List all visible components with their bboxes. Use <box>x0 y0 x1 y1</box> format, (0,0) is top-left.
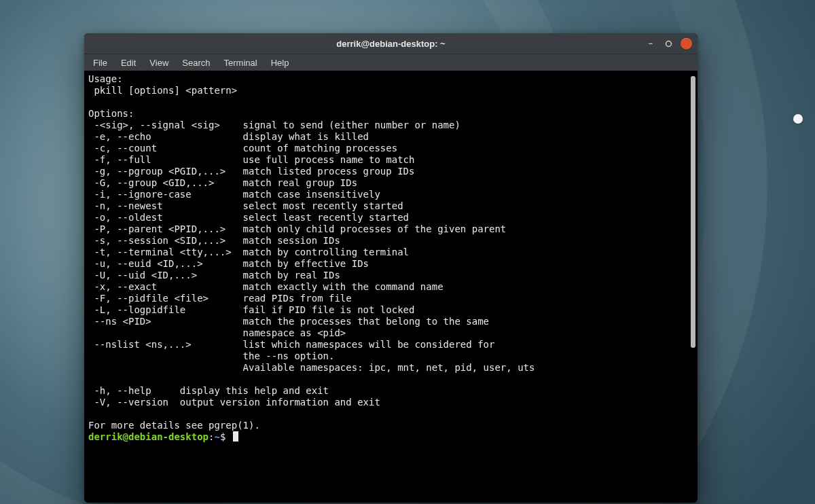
menu-file[interactable]: File <box>87 56 113 69</box>
menu-view[interactable]: View <box>143 56 175 69</box>
minimize-icon: − <box>649 39 653 48</box>
scrollbar[interactable] <box>689 73 697 500</box>
menu-terminal[interactable]: Terminal <box>218 56 264 69</box>
desktop-indicator-dot <box>793 114 803 124</box>
window-titlebar[interactable]: derrik@debian-desktop: ~ − <box>84 33 698 54</box>
svg-point-0 <box>666 41 671 46</box>
minimize-button[interactable]: − <box>645 38 656 49</box>
menu-edit[interactable]: Edit <box>115 56 142 69</box>
terminal-window: derrik@debian-desktop: ~ − File Edit Vie… <box>84 33 698 503</box>
window-title: derrik@debian-desktop: ~ <box>84 39 698 49</box>
close-button[interactable] <box>681 38 692 50</box>
maximize-button[interactable] <box>663 38 674 49</box>
window-controls: − <box>645 38 692 50</box>
scrollbar-thumb[interactable] <box>691 76 695 348</box>
terminal-output: Usage: pkill [options] <pattern> Options… <box>88 73 689 443</box>
cursor <box>233 431 238 442</box>
maximize-icon <box>665 40 672 48</box>
menu-search[interactable]: Search <box>176 56 216 69</box>
terminal-viewport[interactable]: Usage: pkill [options] <pattern> Options… <box>88 73 689 500</box>
desktop-background: derrik@debian-desktop: ~ − File Edit Vie… <box>0 0 815 504</box>
menubar: File Edit View Search Terminal Help <box>84 54 698 71</box>
terminal-body[interactable]: Usage: pkill [options] <pattern> Options… <box>84 71 698 503</box>
menu-help[interactable]: Help <box>265 56 295 69</box>
